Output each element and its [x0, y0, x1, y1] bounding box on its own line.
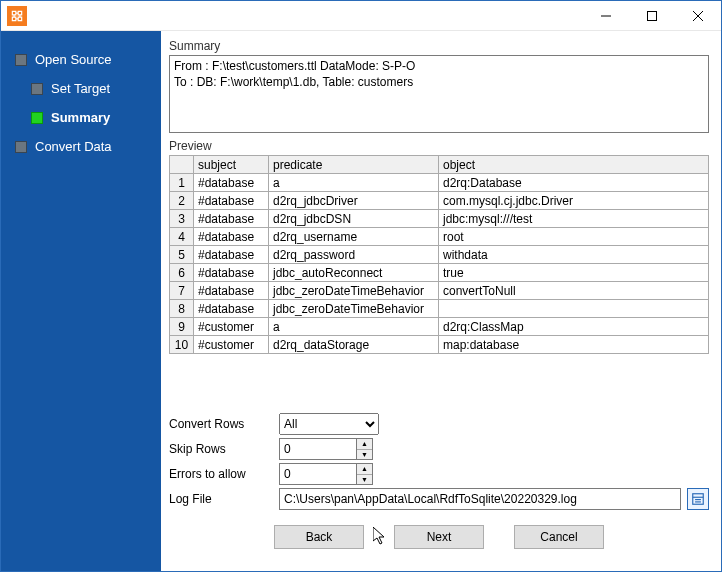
wizard-footer: Back Next Cancel	[169, 513, 709, 563]
next-button[interactable]: Next	[394, 525, 484, 549]
table-cell: convertToNull	[439, 282, 709, 300]
table-row[interactable]: 3#databased2rq_jdbcDSNjdbc:mysql:///test	[170, 210, 709, 228]
sidebar-item-label: Open Source	[35, 52, 112, 67]
sidebar-item-label: Summary	[51, 110, 110, 125]
table-cell: d2rq_dataStorage	[269, 336, 439, 354]
sidebar-item-label: Set Target	[51, 81, 110, 96]
errors-label: Errors to allow	[169, 467, 279, 481]
table-cell: com.mysql.cj.jdbc.Driver	[439, 192, 709, 210]
spinner-up-icon[interactable]: ▲	[357, 464, 372, 475]
column-header: predicate	[269, 156, 439, 174]
skip-rows-spinner[interactable]: ▲ ▼	[279, 438, 373, 460]
row-number: 1	[170, 174, 194, 192]
table-cell: #database	[194, 300, 269, 318]
step-box-icon	[15, 54, 27, 66]
table-row[interactable]: 2#databased2rq_jdbcDrivercom.mysql.cj.jd…	[170, 192, 709, 210]
convert-rows-row: Convert Rows All	[169, 413, 709, 435]
sidebar-item-label: Convert Data	[35, 139, 112, 154]
step-box-icon	[31, 112, 43, 124]
table-cell: d2rq_jdbcDSN	[269, 210, 439, 228]
spinner-down-icon[interactable]: ▼	[357, 450, 372, 460]
step-box-icon	[31, 83, 43, 95]
convert-rows-select[interactable]: All	[279, 413, 379, 435]
table-cell: #customer	[194, 318, 269, 336]
column-header: object	[439, 156, 709, 174]
table-cell: d2rq_jdbcDriver	[269, 192, 439, 210]
log-file-row: Log File	[169, 488, 709, 510]
table-row[interactable]: 5#databased2rq_passwordwithdata	[170, 246, 709, 264]
table-cell: jdbc_autoReconnect	[269, 264, 439, 282]
row-number: 10	[170, 336, 194, 354]
summary-heading: Summary	[169, 39, 709, 53]
row-number: 3	[170, 210, 194, 228]
errors-spinner[interactable]: ▲ ▼	[279, 463, 373, 485]
main-panel: Summary From : F:\test\customers.ttl Dat…	[161, 31, 721, 571]
table-cell: jdbc_zeroDateTimeBehavior	[269, 300, 439, 318]
table-cell: #database	[194, 228, 269, 246]
spinner-down-icon[interactable]: ▼	[357, 475, 372, 485]
sidebar-item-set-target[interactable]: Set Target	[1, 74, 161, 103]
table-cell: jdbc:mysql:///test	[439, 210, 709, 228]
close-icon	[693, 11, 703, 21]
minimize-icon	[601, 11, 611, 21]
log-file-input[interactable]	[279, 488, 681, 510]
maximize-icon	[647, 11, 657, 21]
sidebar-item-convert-data[interactable]: Convert Data	[1, 132, 161, 161]
skip-rows-label: Skip Rows	[169, 442, 279, 456]
row-number: 9	[170, 318, 194, 336]
log-file-browse-button[interactable]	[687, 488, 709, 510]
wizard-sidebar: Open Source Set Target Summary Convert D…	[1, 31, 161, 571]
table-cell: map:database	[439, 336, 709, 354]
errors-input[interactable]	[279, 463, 357, 485]
row-number: 6	[170, 264, 194, 282]
table-cell: d2rq:ClassMap	[439, 318, 709, 336]
sidebar-item-open-source[interactable]: Open Source	[1, 45, 161, 74]
minimize-button[interactable]	[583, 1, 629, 31]
table-cell: #database	[194, 210, 269, 228]
preview-table: subjectpredicateobject 1#databasead2rq:D…	[169, 155, 709, 354]
title-bar	[1, 1, 721, 31]
table-row[interactable]: 4#databased2rq_usernameroot	[170, 228, 709, 246]
errors-row: Errors to allow ▲ ▼	[169, 463, 709, 485]
table-row[interactable]: 7#databasejdbc_zeroDateTimeBehaviorconve…	[170, 282, 709, 300]
table-cell: a	[269, 174, 439, 192]
step-box-icon	[15, 141, 27, 153]
table-cell: d2rq_username	[269, 228, 439, 246]
column-header: subject	[194, 156, 269, 174]
back-button[interactable]: Back	[274, 525, 364, 549]
table-row[interactable]: 9#customerad2rq:ClassMap	[170, 318, 709, 336]
table-cell: #database	[194, 264, 269, 282]
row-number: 7	[170, 282, 194, 300]
maximize-button[interactable]	[629, 1, 675, 31]
table-cell: #database	[194, 246, 269, 264]
spinner-up-icon[interactable]: ▲	[357, 439, 372, 450]
summary-text: From : F:\test\customers.ttl DataMode: S…	[169, 55, 709, 133]
table-row[interactable]: 10#customerd2rq_dataStoragemap:database	[170, 336, 709, 354]
app-icon	[7, 6, 27, 26]
skip-rows-input[interactable]	[279, 438, 357, 460]
close-button[interactable]	[675, 1, 721, 31]
log-file-label: Log File	[169, 492, 279, 506]
browse-icon	[691, 492, 705, 506]
mouse-cursor-icon	[373, 527, 389, 547]
table-cell: #database	[194, 282, 269, 300]
cancel-button[interactable]: Cancel	[514, 525, 604, 549]
row-number: 2	[170, 192, 194, 210]
preview-heading: Preview	[169, 139, 709, 153]
options-panel: Convert Rows All Skip Rows ▲ ▼	[169, 406, 709, 513]
table-row[interactable]: 1#databasead2rq:Database	[170, 174, 709, 192]
table-cell: a	[269, 318, 439, 336]
sidebar-item-summary[interactable]: Summary	[1, 103, 161, 132]
table-row[interactable]: 6#databasejdbc_autoReconnecttrue	[170, 264, 709, 282]
row-number: 4	[170, 228, 194, 246]
table-cell: jdbc_zeroDateTimeBehavior	[269, 282, 439, 300]
table-cell: withdata	[439, 246, 709, 264]
table-row[interactable]: 8#databasejdbc_zeroDateTimeBehavior	[170, 300, 709, 318]
table-cell: d2rq_password	[269, 246, 439, 264]
table-cell	[439, 300, 709, 318]
table-cell: #customer	[194, 336, 269, 354]
table-cell: #database	[194, 192, 269, 210]
skip-rows-row: Skip Rows ▲ ▼	[169, 438, 709, 460]
row-number: 8	[170, 300, 194, 318]
convert-rows-label: Convert Rows	[169, 417, 279, 431]
